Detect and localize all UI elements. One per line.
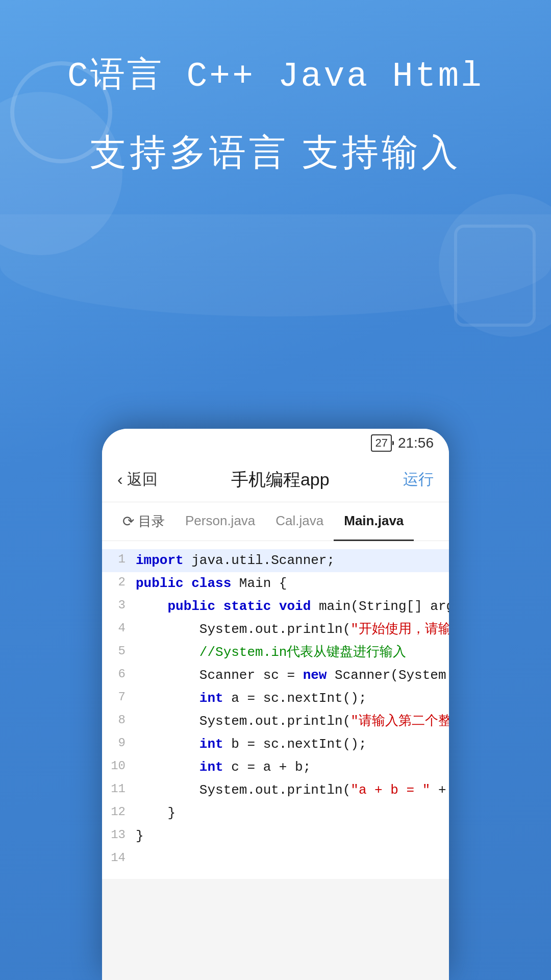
code-line-11: 11 System.out.println("a + b = " + c);	[102, 779, 449, 802]
directory-label: 目录	[138, 512, 165, 530]
tab-main-java[interactable]: Main.java	[334, 503, 414, 541]
line-num-10: 10	[110, 756, 136, 777]
battery-level: 27	[375, 436, 387, 449]
tab-person-java[interactable]: Person.java	[175, 503, 265, 541]
nav-run-button[interactable]: 运行	[403, 469, 434, 490]
code-line-8: 8 System.out.println("请输入第二个整数吧。");	[102, 710, 449, 733]
line-content-5: //System.in代表从键盘进行输入	[136, 641, 441, 664]
phone-container: 27 21:56 ‹ 返回 手机编程app 运行 ⟳ 目录 Person.jav…	[102, 429, 449, 980]
line-content-10: int c = a + b;	[136, 756, 441, 778]
code-line-10: 10 int c = a + b;	[102, 756, 449, 779]
line-num-12: 12	[110, 802, 136, 823]
line-num-2: 2	[110, 572, 136, 593]
line-content-14	[136, 848, 441, 870]
code-line-13: 13 }	[102, 825, 449, 848]
tab-bar: ⟳ 目录 Person.java Cal.java Main.java	[102, 502, 449, 541]
line-content-11: System.out.println("a + b = " + c);	[136, 779, 449, 801]
back-arrow-icon: ‹	[117, 470, 123, 489]
line-content-6: Scanner sc = new Scanner(System.in);	[136, 664, 449, 687]
line-content-1: import java.util.Scanner;	[136, 549, 441, 572]
code-line-12: 12 }	[102, 802, 449, 825]
code-line-2: 2 public class Main {	[102, 572, 449, 595]
code-line-5: 5 //System.in代表从键盘进行输入	[102, 641, 449, 664]
line-num-4: 4	[110, 618, 136, 639]
battery-indicator: 27	[371, 434, 391, 452]
line-content-7: int a = sc.nextInt();	[136, 687, 441, 709]
line-content-2: public class Main {	[136, 572, 441, 595]
line-num-3: 3	[110, 595, 136, 616]
tab-main-java-label: Main.java	[344, 513, 404, 529]
code-line-1: 1 import java.util.Scanner;	[102, 549, 449, 572]
line-num-8: 8	[110, 710, 136, 731]
code-line-3: 3 public static void main(String[] args)…	[102, 595, 449, 618]
line-content-4: System.out.println("开始使用，请输入第一个整数吧。");	[136, 618, 449, 641]
hero-subtitle-text: 支持多语言 支持输入	[31, 128, 520, 177]
status-bar: 27 21:56	[102, 429, 449, 457]
nav-title: 手机编程app	[231, 468, 330, 492]
code-line-6: 6 Scanner sc = new Scanner(System.in);	[102, 664, 449, 687]
tab-directory[interactable]: ⟳ 目录	[112, 502, 175, 541]
line-content-3: public static void main(String[] args){	[136, 595, 449, 618]
line-num-1: 1	[110, 549, 136, 570]
nav-back-button[interactable]: ‹ 返回	[117, 469, 158, 490]
bg-device-icon	[454, 225, 536, 327]
line-num-9: 9	[110, 733, 136, 754]
line-num-6: 6	[110, 664, 136, 685]
app-navbar: ‹ 返回 手机编程app 运行	[102, 457, 449, 502]
line-num-14: 14	[110, 848, 136, 869]
line-num-11: 11	[110, 779, 136, 800]
code-line-14: 14	[102, 848, 449, 871]
tab-person-java-label: Person.java	[185, 513, 255, 529]
line-content-13: }	[136, 825, 441, 847]
code-line-7: 7 int a = sc.nextInt();	[102, 687, 449, 710]
code-line-9: 9 int b = sc.nextInt();	[102, 733, 449, 756]
line-num-5: 5	[110, 641, 136, 662]
code-line-4: 4 System.out.println("开始使用，请输入第一个整数吧。");	[102, 618, 449, 641]
tab-cal-java-label: Cal.java	[276, 513, 323, 529]
line-num-7: 7	[110, 687, 136, 708]
hero-languages-text: C语言 C++ Java Html	[31, 51, 520, 97]
line-content-12: }	[136, 802, 441, 824]
line-num-13: 13	[110, 825, 136, 846]
line-content-9: int b = sc.nextInt();	[136, 733, 441, 755]
status-time: 21:56	[398, 435, 434, 451]
nav-back-label: 返回	[127, 469, 158, 490]
refresh-icon: ⟳	[122, 513, 134, 530]
tab-cal-java[interactable]: Cal.java	[265, 503, 334, 541]
hero-section: C语言 C++ Java Html 支持多语言 支持输入	[0, 0, 551, 177]
line-content-8: System.out.println("请输入第二个整数吧。");	[136, 710, 449, 732]
phone-mockup: 27 21:56 ‹ 返回 手机编程app 运行 ⟳ 目录 Person.jav…	[102, 429, 449, 980]
code-editor[interactable]: 1 import java.util.Scanner; 2 public cla…	[102, 541, 449, 879]
